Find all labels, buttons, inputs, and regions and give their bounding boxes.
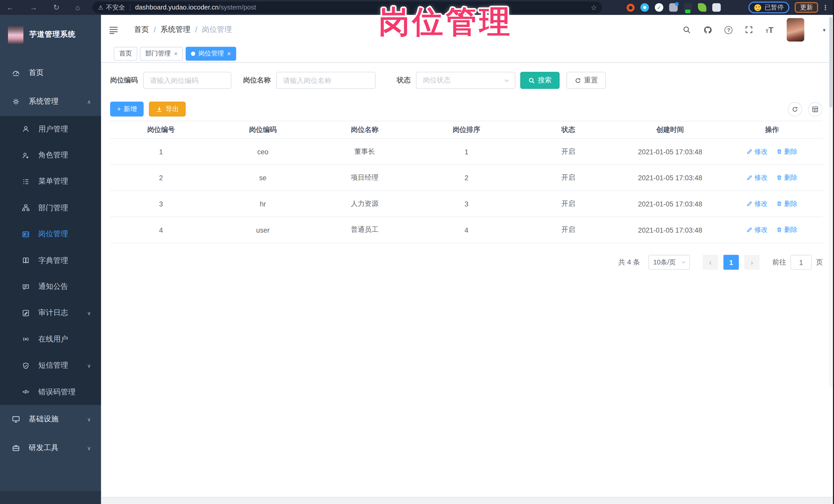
vertical-scrollbar[interactable] bbox=[829, 15, 833, 388]
system-submenu: 用户管理 角色管理 bbox=[0, 116, 101, 405]
trash-icon bbox=[776, 227, 783, 233]
search-icon[interactable] bbox=[683, 25, 691, 34]
goto-page-input[interactable] bbox=[790, 255, 812, 270]
back-icon[interactable]: ← bbox=[6, 4, 14, 11]
app: 芋道管理系统 首页 系统管理 ∧ bbox=[0, 15, 834, 504]
role-icon bbox=[21, 152, 30, 159]
paused-badge[interactable]: 已暂停 bbox=[748, 2, 790, 13]
export-button[interactable]: 导出 bbox=[149, 102, 186, 116]
sidebar-item-home[interactable]: 首页 bbox=[0, 59, 101, 87]
delete-link[interactable]: 删除 bbox=[776, 147, 797, 156]
table-row[interactable]: 2 se 项目经理 2 开启 2021-01-05 17:03:48 修改 bbox=[110, 165, 823, 191]
tab-posts[interactable]: 岗位管理 × bbox=[185, 46, 236, 60]
browser-nav-buttons: ← → ↻ ⌂ bbox=[0, 4, 80, 11]
chevron-down-icon: ∨ bbox=[87, 445, 91, 451]
delete-link[interactable]: 删除 bbox=[776, 225, 797, 235]
forward-icon[interactable]: → bbox=[30, 4, 37, 11]
font-size-icon[interactable]: TT bbox=[766, 26, 773, 34]
window-edge bbox=[833, 0, 834, 504]
hamburger-icon[interactable] bbox=[109, 26, 118, 34]
breadcrumb: 首页 / 系统管理 / 岗位管理 bbox=[134, 25, 232, 35]
edit-link[interactable]: 修改 bbox=[746, 147, 768, 156]
grid-extension-icon[interactable] bbox=[669, 3, 678, 12]
chevron-down-icon bbox=[681, 260, 686, 265]
next-page-button[interactable]: › bbox=[744, 255, 760, 270]
horizontal-scrollbar[interactable] bbox=[101, 497, 834, 504]
orange-extension-icon[interactable] bbox=[627, 3, 635, 11]
address-bar[interactable]: ⚠ 不安全 dashboard.yudao.iocoder.cn /system… bbox=[93, 2, 602, 13]
sidebar-item-sms[interactable]: 短信管理 ∨ bbox=[0, 352, 101, 379]
post-code-input[interactable] bbox=[143, 72, 231, 89]
browser-menu-kebab-icon[interactable]: ⋮ bbox=[822, 3, 829, 11]
add-button-label: 新增 bbox=[124, 105, 137, 113]
sidebar-item-posts[interactable]: 岗位管理 bbox=[0, 221, 101, 247]
terminal-extension-icon[interactable] bbox=[684, 3, 692, 12]
sidebar-item-users[interactable]: 用户管理 bbox=[0, 116, 101, 142]
post-name-input[interactable] bbox=[276, 72, 376, 89]
sidebar-item-error-codes[interactable]: </> 错误码管理 bbox=[0, 379, 101, 405]
update-button[interactable]: 更新 bbox=[795, 2, 818, 13]
table-row[interactable]: 1 ceo 董事长 1 开启 2021-01-05 17:03:48 修改 bbox=[110, 139, 823, 165]
reset-button[interactable]: 重置 bbox=[567, 72, 606, 89]
sidebar-item-online-users[interactable]: 在线用户 bbox=[0, 326, 101, 352]
breadcrumb-system[interactable]: 系统管理 bbox=[161, 25, 191, 35]
delete-link[interactable]: 删除 bbox=[776, 173, 797, 182]
sidebar-item-roles[interactable]: 角色管理 bbox=[0, 142, 101, 169]
caret-down-icon[interactable]: ▾ bbox=[823, 27, 826, 33]
cell-created: 2021-01-05 17:03:48 bbox=[619, 174, 721, 182]
fullscreen-icon[interactable] bbox=[745, 25, 753, 34]
leaf-extension-icon[interactable] bbox=[698, 3, 706, 12]
export-button-label: 导出 bbox=[166, 105, 179, 113]
edit-link[interactable]: 修改 bbox=[746, 199, 768, 208]
sidebar-item-dictionary[interactable]: 字典管理 bbox=[0, 247, 101, 273]
column-settings-button[interactable] bbox=[808, 102, 822, 116]
table-row[interactable]: 3 hr 人力资源 3 开启 2021-01-05 17:03:48 修改 bbox=[110, 191, 823, 217]
edit-link[interactable]: 修改 bbox=[746, 173, 768, 182]
table-row[interactable]: 4 user 普通员工 4 开启 2021-01-05 17:03:48 修改 bbox=[110, 217, 823, 243]
reload-icon[interactable]: ↻ bbox=[53, 4, 59, 11]
breadcrumb-home[interactable]: 首页 bbox=[134, 25, 149, 35]
page-number-1[interactable]: 1 bbox=[723, 255, 739, 270]
cell-created: 2021-01-05 17:03:48 bbox=[619, 200, 721, 208]
trash-icon bbox=[776, 175, 783, 181]
search-button[interactable]: 搜索 bbox=[520, 72, 559, 89]
security-label[interactable]: 不安全 bbox=[106, 3, 125, 12]
prev-page-button[interactable]: ‹ bbox=[703, 255, 718, 270]
sidebar-item-notices[interactable]: 通知公告 bbox=[0, 274, 101, 300]
cell-status: 开启 bbox=[518, 225, 619, 235]
puzzle-extension-icon[interactable] bbox=[712, 3, 721, 12]
scrollbar-thumb[interactable] bbox=[829, 17, 832, 107]
add-button[interactable]: + 新增 bbox=[110, 102, 144, 116]
table-header-row: 岗位编号 岗位编码 岗位名称 岗位排序 状态 创建时间 操作 bbox=[110, 121, 823, 139]
close-icon[interactable]: × bbox=[174, 50, 178, 57]
page-size-select[interactable]: 10条/页 bbox=[649, 255, 690, 270]
sms-icon bbox=[21, 361, 30, 370]
github-icon[interactable] bbox=[703, 25, 712, 34]
location-pin-extension-icon[interactable] bbox=[640, 3, 649, 12]
url-host: dashboard.yudao.iocoder.cn bbox=[135, 4, 219, 11]
status-select[interactable]: 岗位状态 bbox=[416, 72, 515, 89]
sidebar-item-infrastructure[interactable]: 基础设施 ∨ bbox=[0, 405, 101, 434]
close-icon[interactable]: × bbox=[227, 50, 231, 57]
sidebar-item-system[interactable]: 系统管理 ∧ bbox=[0, 87, 101, 116]
sidebar-item-dev-tools[interactable]: 研发工具 ∨ bbox=[0, 434, 101, 462]
help-icon[interactable]: ? bbox=[725, 26, 732, 34]
refresh-table-button[interactable] bbox=[788, 102, 802, 116]
sidebar-item-departments[interactable]: 部门管理 bbox=[0, 195, 101, 221]
delete-link[interactable]: 删除 bbox=[776, 199, 797, 208]
delete-label: 删除 bbox=[784, 199, 797, 208]
sidebar-item-audit-log[interactable]: 审计日志 ∨ bbox=[0, 300, 101, 326]
home-icon[interactable]: ⌂ bbox=[75, 4, 80, 11]
cell-actions: 修改 删除 bbox=[721, 225, 823, 235]
check-extension-icon[interactable]: ✓ bbox=[655, 3, 663, 12]
page-content: 岗位编码 岗位名称 状态 岗位状态 bbox=[101, 63, 834, 504]
edit-link[interactable]: 修改 bbox=[746, 225, 768, 235]
bookmark-star-icon[interactable]: ☆ bbox=[591, 3, 597, 11]
tab-departments[interactable]: 部门管理 × bbox=[140, 46, 183, 60]
overlay-annotation-title: 岗位管理 bbox=[379, 6, 512, 38]
logo-row[interactable]: 芋道管理系统 bbox=[0, 15, 101, 59]
sidebar-item-menus[interactable]: 菜单管理 bbox=[0, 169, 101, 195]
cell-name: 普通员工 bbox=[314, 225, 416, 235]
tab-home[interactable]: 首页 bbox=[114, 46, 137, 60]
avatar[interactable] bbox=[787, 18, 804, 41]
